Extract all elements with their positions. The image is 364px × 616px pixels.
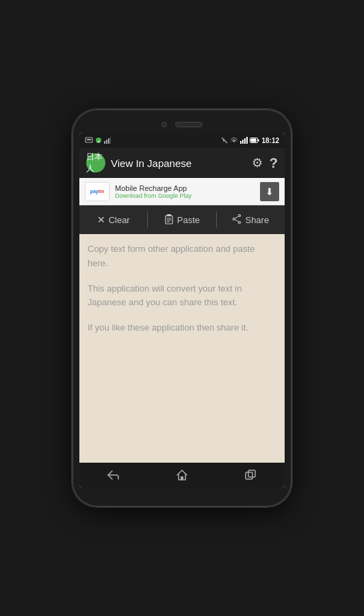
status-left: ●: [85, 137, 111, 144]
speaker: [175, 122, 203, 127]
settings-icon[interactable]: ⚙: [252, 155, 263, 170]
clear-button[interactable]: ✕ Clear: [79, 205, 147, 234]
bottom-nav: [79, 463, 285, 487]
phone-screen: ●: [79, 133, 285, 487]
battery-icon: [250, 137, 259, 144]
svg-rect-22: [181, 476, 183, 480]
svg-rect-4: [104, 141, 105, 144]
svg-rect-10: [258, 140, 259, 142]
svg-point-19: [233, 218, 235, 220]
svg-rect-5: [106, 140, 107, 144]
clear-icon: ✕: [97, 214, 105, 225]
svg-rect-23: [246, 472, 252, 479]
ad-text: Mobile Recharge App Download from Google…: [115, 184, 255, 199]
back-button[interactable]: [100, 465, 127, 485]
svg-rect-24: [248, 470, 255, 477]
svg-point-18: [239, 221, 241, 223]
status-bar: ●: [79, 133, 285, 148]
phone-frame: ●: [73, 110, 291, 506]
svg-line-20: [235, 216, 239, 218]
signal-icon: [104, 137, 111, 144]
front-camera: [161, 122, 167, 127]
svg-rect-1: [87, 139, 91, 140]
toolbar: ✕ Clear Paste: [79, 205, 285, 234]
svg-rect-11: [251, 139, 257, 142]
svg-text:●: ●: [97, 139, 99, 143]
phone-bottom-bar: [79, 487, 285, 494]
svg-rect-6: [108, 138, 109, 144]
paste-label: Paste: [177, 215, 200, 225]
app-icon: 日本人: [86, 153, 105, 172]
app-bar-icons: ⚙ ?: [252, 155, 278, 171]
svg-point-17: [239, 214, 241, 216]
home-button[interactable]: [168, 465, 196, 485]
ad-banner[interactable]: paytm Mobile Recharge App Download from …: [79, 178, 285, 205]
hint-line-3: If you like these application then share…: [88, 321, 276, 335]
svg-line-21: [235, 219, 239, 221]
svg-rect-13: [167, 214, 171, 216]
status-right: 18:12: [221, 137, 279, 144]
ad-title: Mobile Recharge App: [115, 184, 255, 192]
share-button[interactable]: Share: [217, 205, 285, 234]
message-icon: ●: [95, 137, 102, 144]
share-label: Share: [245, 215, 269, 225]
clear-label: Clear: [109, 215, 130, 225]
ad-logo: paytm: [85, 182, 109, 201]
notification-icon: [85, 137, 93, 144]
app-bar: 日本人 View In Japanese ⚙ ?: [79, 148, 285, 178]
paste-button[interactable]: Paste: [148, 205, 216, 234]
paste-icon: [164, 214, 174, 227]
recents-button[interactable]: [237, 465, 264, 485]
content-area[interactable]: Copy text form other application and pas…: [79, 234, 285, 463]
wifi-icon: [230, 137, 238, 144]
status-time: 18:12: [261, 137, 279, 144]
app-title: View In Japanese: [111, 157, 246, 169]
hint-line-1: Copy text form other application and pas…: [88, 242, 276, 271]
phone-top-bar: [79, 122, 285, 127]
ad-subtitle: Download from Google Play: [115, 192, 255, 199]
svg-rect-7: [110, 137, 111, 144]
hint-line-2: This application will convert your text …: [88, 282, 276, 311]
placeholder-text: Copy text form other application and pas…: [88, 242, 276, 335]
share-icon: [232, 214, 242, 226]
mute-icon: [221, 137, 228, 144]
signal-bars: [240, 137, 248, 144]
ad-download-button[interactable]: ⬇: [260, 182, 279, 201]
help-icon[interactable]: ?: [270, 155, 278, 171]
